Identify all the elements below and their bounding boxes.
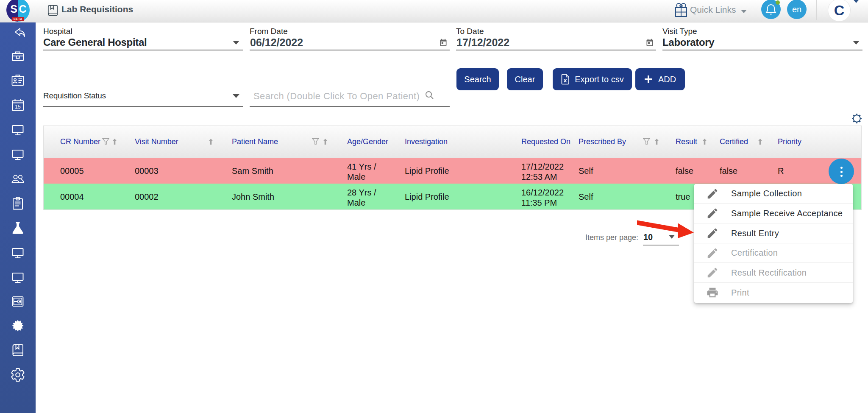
svg-text:15: 15 [15, 104, 21, 110]
